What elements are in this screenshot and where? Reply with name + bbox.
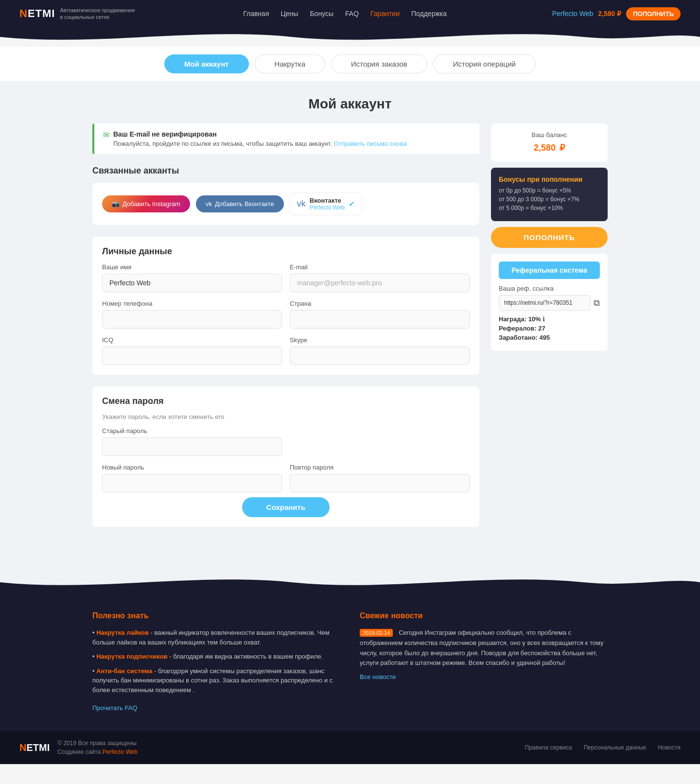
repeat-password-group: Повтор пароля [290, 464, 470, 492]
footer-bottom: NETMI © 2019 Все права защищены Создание… [0, 731, 700, 764]
alert-content: Ваш E-mail не верифицирован Пожалуйста, … [113, 130, 407, 147]
add-instagram-button[interactable]: 📷 Добавить Instagram [102, 195, 190, 212]
vk-account-name: Вконтакте [310, 197, 345, 204]
alert-title: Ваш E-mail не верифицирован [113, 130, 407, 138]
user-name-link[interactable]: Perfecto Web [552, 10, 594, 17]
icq-label: ICQ [102, 336, 282, 344]
resend-email-link[interactable]: Отправить письмо снова [333, 140, 406, 147]
alert-text: Пожалуйста, пройдите по ссылке из письма… [113, 140, 407, 147]
name-field-group: Ваше имя [102, 263, 282, 292]
news-title: Свежие новости [360, 611, 608, 620]
personal-info-title: Личные данные [102, 246, 470, 257]
bonuses-title: Бонусы при пополнении [499, 175, 600, 183]
skype-label: Skype [290, 336, 470, 344]
sidebar: Ваш баланс 2,580 ₽ Бонусы при пополнении… [491, 123, 608, 351]
main-nav: Главная Цены Бонусы FAQ Гарантии Поддерж… [243, 10, 447, 17]
referral-card: Реферальная система Ваша реф. ссылка ⧉ Н… [491, 254, 608, 351]
footer-wave-top [0, 573, 700, 592]
nav-home[interactable]: Главная [243, 10, 269, 17]
bonus-line-3: от 5 000р = бонус +10% [499, 205, 600, 211]
nav-guarantees[interactable]: Гарантии [370, 10, 400, 17]
read-faq-link[interactable]: Прочитать FAQ [92, 704, 138, 712]
footer-link-news[interactable]: Новости [658, 744, 681, 751]
useful-highlight-3: Анти-бан система [96, 667, 152, 675]
name-label: Ваше имя [102, 263, 282, 271]
footer-link-terms[interactable]: Правила сервиса [525, 744, 572, 751]
phone-input[interactable] [102, 310, 282, 329]
wave-top [0, 27, 700, 47]
news-section: Свежие новости 2019-02-14 Сегодня Инстаг… [360, 611, 608, 712]
name-input[interactable] [102, 274, 282, 292]
ref-link-input[interactable] [499, 295, 591, 311]
password-subtitle: Укажите пароль, если хотите сменить его [102, 413, 470, 420]
all-news-link[interactable]: Все новости [360, 673, 396, 680]
reward-stat: Награда: 10% ℹ [499, 315, 600, 323]
balance-amount: 2,580 ₽ [499, 139, 600, 154]
useful-highlight-2: Накрутка подписчиков [96, 653, 167, 660]
footer-content: Полезно знать • Накрутка лайков - важный… [83, 592, 617, 731]
nav-faq[interactable]: FAQ [345, 10, 359, 17]
main-content: Мой аккаунт ✉ Ваш E-mail не верифицирова… [83, 82, 617, 553]
alert-icon: ✉ [103, 130, 109, 139]
tabs-bar: Мой аккаунт Накрутка История заказов Ист… [0, 47, 700, 82]
email-label: E-mail [290, 263, 470, 271]
topup-header-button[interactable]: ПОПОЛНИТЬ [626, 7, 681, 20]
footer-link-privacy[interactable]: Персональные данные [584, 744, 647, 751]
country-input[interactable] [290, 310, 470, 329]
old-password-label: Старый пароль [102, 427, 282, 435]
phone-field-group: Номер телефона [102, 300, 282, 329]
email-field-group: E-mail [290, 263, 470, 292]
bonus-line-1: от 0р до 500р = бонус +5% [499, 187, 600, 194]
referral-system-button[interactable]: Реферальная система [499, 261, 600, 279]
skype-input[interactable] [290, 347, 470, 365]
linked-accounts-section: 📷 Добавить Instagram vk Добавить Вконтак… [92, 183, 479, 225]
personal-info-form: Ваше имя E-mail Номер телефона Стра [102, 263, 470, 365]
save-btn-wrap: Сохранить [102, 497, 470, 517]
skype-field-group: Skype [290, 336, 470, 365]
old-password-group: Старый пароль [102, 427, 282, 456]
logo-tagline: Автоматическое продвижение в социальных … [60, 7, 138, 21]
content-layout: ✉ Ваш E-mail не верифицирован Пожалуйста… [92, 123, 608, 539]
new-password-input[interactable] [102, 474, 282, 492]
user-balance: 2,580 ₽ [598, 10, 621, 17]
useful-item-3: • Анти-бан система - благодоря умной сис… [92, 666, 340, 695]
useful-highlight-1: Накрутка лайков [96, 629, 149, 636]
country-label: Страна [290, 300, 470, 307]
nav-prices[interactable]: Цены [280, 10, 298, 17]
content-left: ✉ Ваш E-mail не верифицирован Пожалуйста… [92, 123, 479, 539]
icq-input[interactable] [102, 347, 282, 365]
header: NETMI Автоматическое продвижение в социа… [0, 0, 700, 27]
logo-area: NETMI Автоматическое продвижение в социа… [19, 7, 138, 21]
nav-bonuses[interactable]: Бонусы [310, 10, 333, 17]
vk-icon-btn: vk [206, 200, 212, 208]
useful-item-1: • Накрутка лайков - важный индикатор вов… [92, 628, 340, 647]
new-password-label: Новый пароль [102, 464, 282, 471]
repeat-password-label: Повтор пароля [290, 464, 470, 471]
topup-main-button[interactable]: ПОПОЛНИТЬ [491, 227, 608, 248]
page-title: Мой аккаунт [92, 96, 608, 112]
save-button[interactable]: Сохранить [242, 497, 330, 517]
country-field-group: Страна [290, 300, 470, 329]
useful-section: Полезно знать • Накрутка лайков - важный… [92, 611, 340, 712]
footer-perfecto-link[interactable]: Perfecto Web [102, 749, 137, 755]
old-password-input[interactable] [102, 437, 282, 456]
footer-copyright: © 2019 Все права защищены Создание сайта… [57, 739, 138, 756]
vk-account-username: Perfecto Web [310, 204, 345, 211]
nav-support[interactable]: Поддержка [411, 10, 447, 17]
phone-label: Номер телефона [102, 300, 282, 307]
referrals-stat: Рефералов: 27 [499, 325, 600, 332]
news-item: 2019-02-14 Сегодня Инстаграм официально … [360, 628, 608, 680]
balance-card: Ваш баланс 2,580 ₽ [491, 123, 608, 162]
tab-operation-history[interactable]: История операций [433, 54, 536, 73]
tab-boost[interactable]: Накрутка [255, 54, 326, 73]
repeat-password-input[interactable] [290, 474, 470, 492]
add-vk-button[interactable]: vk Добавить Вконтакте [196, 195, 284, 212]
email-input[interactable] [290, 274, 470, 292]
verified-check-icon: ✔ [349, 199, 355, 209]
footer-bottom-links: Правила сервиса Персональные данные Ново… [525, 744, 681, 751]
copy-ref-link-button[interactable]: ⧉ [594, 298, 600, 308]
vk-icon: vk [297, 199, 306, 209]
useful-title: Полезно знать [92, 611, 340, 620]
tab-my-account[interactable]: Мой аккаунт [164, 54, 249, 73]
tab-order-history[interactable]: История заказов [331, 54, 427, 73]
